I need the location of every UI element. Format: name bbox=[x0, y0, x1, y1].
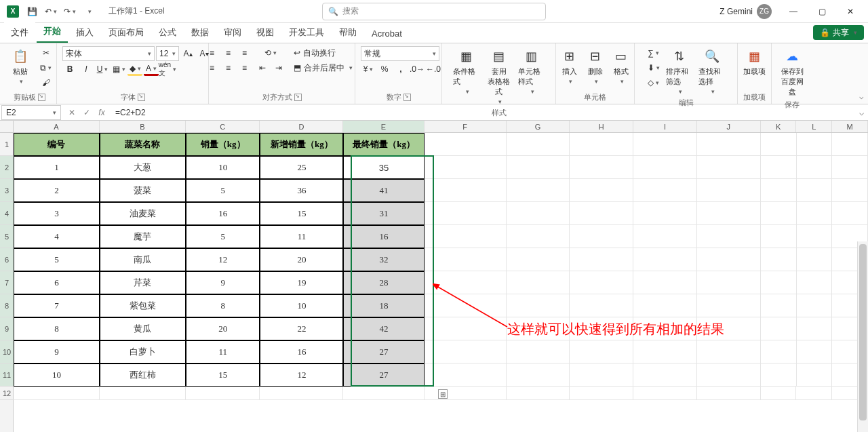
cell-J8[interactable] bbox=[697, 294, 761, 317]
column-header-K[interactable]: K bbox=[761, 121, 797, 132]
cell-G12[interactable] bbox=[507, 387, 570, 400]
copy-button[interactable]: ⧉▾ bbox=[38, 61, 54, 75]
cell-I3[interactable] bbox=[633, 179, 697, 202]
cell-H4[interactable] bbox=[570, 202, 633, 225]
cell-G4[interactable] bbox=[507, 202, 570, 225]
cell-E10[interactable]: 27 bbox=[343, 340, 424, 364]
cell-L10[interactable] bbox=[797, 340, 833, 364]
cell-E6[interactable]: 32 bbox=[343, 248, 424, 271]
delete-cells-button[interactable]: ⊟删除▾ bbox=[584, 46, 607, 86]
cell-B9[interactable]: 黄瓜 bbox=[100, 317, 186, 340]
clear-button[interactable]: ◇▾ bbox=[646, 76, 662, 90]
tab-acrobat[interactable]: Acrobat bbox=[365, 24, 409, 43]
cell-D8[interactable]: 10 bbox=[260, 294, 343, 317]
cell-F8[interactable] bbox=[425, 294, 507, 317]
comma-format-button[interactable]: , bbox=[393, 62, 408, 76]
addins-button[interactable]: ▦加载项 bbox=[740, 46, 770, 78]
row-header-3[interactable]: 3 bbox=[0, 179, 14, 202]
qat-customize-icon[interactable]: ▾ bbox=[80, 3, 98, 20]
cell-A10[interactable]: 9 bbox=[14, 340, 100, 364]
tab-review[interactable]: 审阅 bbox=[217, 22, 248, 43]
cell-K2[interactable] bbox=[761, 156, 797, 179]
phonetic-button[interactable]: wén文▾ bbox=[160, 62, 175, 76]
vertical-scrollbar-thumb[interactable] bbox=[859, 244, 867, 420]
column-header-F[interactable]: F bbox=[425, 121, 507, 132]
cell-J3[interactable] bbox=[697, 179, 761, 202]
cell-C12[interactable] bbox=[186, 387, 260, 400]
fx-button[interactable]: fx bbox=[95, 108, 108, 117]
fill-color-button[interactable]: ◆▾ bbox=[127, 62, 142, 76]
decrease-decimal-button[interactable]: ←.0 bbox=[426, 62, 441, 76]
cell-B11[interactable]: 西红柿 bbox=[100, 364, 186, 387]
cell-B5[interactable]: 魔芋 bbox=[100, 225, 186, 248]
conditional-format-button[interactable]: ▦条件格式▾ bbox=[452, 46, 481, 96]
number-format-select[interactable]: 常规▾ bbox=[361, 46, 439, 61]
column-header-J[interactable]: J bbox=[697, 121, 761, 132]
cell-F1[interactable] bbox=[425, 133, 507, 156]
cell-I4[interactable] bbox=[633, 202, 697, 225]
tab-file[interactable]: 文件 bbox=[4, 22, 35, 43]
insert-cells-button[interactable]: ⊞插入▾ bbox=[558, 46, 581, 86]
cell-F3[interactable] bbox=[425, 179, 507, 202]
cell-J7[interactable] bbox=[697, 271, 761, 294]
cell-J10[interactable] bbox=[697, 340, 761, 364]
cell-I6[interactable] bbox=[633, 248, 697, 271]
cell-C7[interactable]: 9 bbox=[186, 271, 260, 294]
undo-icon[interactable]: ↶▾ bbox=[42, 3, 60, 20]
cell-G5[interactable] bbox=[507, 225, 570, 248]
cell-D11[interactable]: 12 bbox=[260, 364, 343, 387]
cell-L1[interactable] bbox=[797, 133, 833, 156]
cell-D4[interactable]: 15 bbox=[260, 202, 343, 225]
cell-A8[interactable]: 7 bbox=[14, 294, 100, 317]
column-header-H[interactable]: H bbox=[570, 121, 633, 132]
border-button[interactable]: ▦▾ bbox=[111, 62, 126, 76]
cell-G6[interactable] bbox=[507, 248, 570, 271]
row-header-8[interactable]: 8 bbox=[0, 294, 14, 317]
row-header-7[interactable]: 7 bbox=[0, 271, 14, 294]
row-header-1[interactable]: 1 bbox=[0, 133, 14, 156]
cell-H3[interactable] bbox=[570, 179, 633, 202]
cell-L4[interactable] bbox=[797, 202, 833, 225]
cell-D10[interactable]: 16 bbox=[260, 340, 343, 364]
cell-J1[interactable] bbox=[697, 133, 761, 156]
row-header-5[interactable]: 5 bbox=[0, 225, 14, 248]
cell-D6[interactable]: 20 bbox=[260, 248, 343, 271]
tab-insert[interactable]: 插入 bbox=[69, 22, 100, 43]
cell-I8[interactable] bbox=[633, 294, 697, 317]
fill-button[interactable]: ⬇▾ bbox=[646, 61, 662, 75]
cell-E11[interactable]: 27 bbox=[343, 364, 424, 387]
cell-I2[interactable] bbox=[633, 156, 697, 179]
cell-G7[interactable] bbox=[507, 271, 570, 294]
cell-A7[interactable]: 6 bbox=[14, 271, 100, 294]
cell-K1[interactable] bbox=[761, 133, 797, 156]
cell-F11[interactable] bbox=[425, 364, 507, 387]
column-header-G[interactable]: G bbox=[507, 121, 570, 132]
format-cells-button[interactable]: ▭格式▾ bbox=[610, 46, 633, 86]
minimize-button[interactable]: — bbox=[780, 1, 807, 22]
share-button[interactable]: 🔒 共享 ▾ bbox=[813, 25, 864, 40]
align-right-button[interactable]: ≡ bbox=[237, 61, 252, 75]
cancel-formula-button[interactable]: ✕ bbox=[65, 108, 79, 117]
cell-D12[interactable] bbox=[260, 387, 343, 400]
column-header-A[interactable]: A bbox=[14, 121, 100, 132]
cell-C4[interactable]: 16 bbox=[186, 202, 260, 225]
cell-A9[interactable]: 8 bbox=[14, 317, 100, 340]
cell-H11[interactable] bbox=[570, 364, 633, 387]
cell-C1[interactable]: 销量（kg） bbox=[186, 133, 260, 156]
select-all-corner[interactable] bbox=[0, 121, 14, 133]
redo-icon[interactable]: ↷▾ bbox=[61, 3, 79, 20]
cell-E2[interactable]: 35 bbox=[343, 156, 424, 179]
column-header-E[interactable]: E bbox=[343, 121, 424, 132]
cell-M1[interactable] bbox=[832, 133, 868, 156]
cell-A12[interactable] bbox=[14, 387, 100, 400]
align-dialog-launcher[interactable] bbox=[294, 94, 302, 101]
row-header-10[interactable]: 10 bbox=[0, 340, 14, 364]
cell-C10[interactable]: 11 bbox=[186, 340, 260, 364]
font-name-select[interactable]: 宋体▾ bbox=[62, 46, 155, 61]
increase-indent-button[interactable]: ⇥ bbox=[271, 61, 286, 75]
cell-F6[interactable] bbox=[425, 248, 507, 271]
cell-L12[interactable] bbox=[796, 387, 832, 400]
tab-formulas[interactable]: 公式 bbox=[152, 22, 183, 43]
row-header-2[interactable]: 2 bbox=[0, 156, 14, 179]
column-header-M[interactable]: M bbox=[832, 121, 868, 132]
